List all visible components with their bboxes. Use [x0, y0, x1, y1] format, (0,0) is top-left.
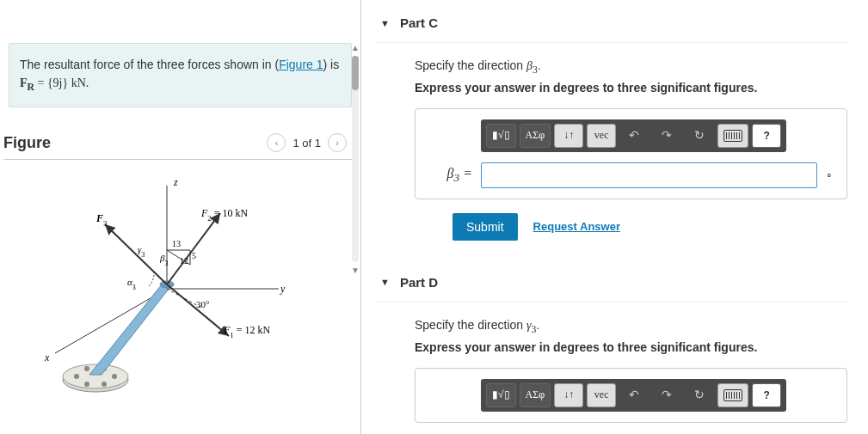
svg-line-13	[167, 213, 220, 284]
svg-point-5	[74, 374, 79, 379]
figure-link[interactable]: Figure 1	[279, 58, 323, 71]
undo-button[interactable]: ↶	[619, 124, 649, 148]
subsup-button[interactable]: ↓↑	[554, 124, 583, 148]
figure-scroll[interactable]: ▲ ▼	[352, 43, 359, 275]
tri-12: 12	[180, 256, 188, 266]
part-d-answer-box: ▮√▯ ΑΣφ ↓↑ vec ↶ ↷ ↻ ?	[415, 368, 847, 423]
part-c-instruction: Express your answer in degrees to three …	[415, 81, 847, 95]
problem-text-suffix: ) is	[323, 58, 340, 71]
request-answer-link[interactable]: Request Answer	[533, 220, 620, 233]
reset-button[interactable]: ↻	[685, 383, 714, 407]
redo-button[interactable]: ↷	[652, 124, 681, 148]
alpha3sub: 3	[132, 284, 136, 291]
svg-text:F2 = 10 kN: F2 = 10 kN	[200, 207, 249, 223]
figure-nav: ‹ 1 of 1 ›	[267, 133, 347, 152]
equation-sub: R	[28, 82, 34, 93]
answer-input[interactable]	[481, 162, 817, 188]
submit-button[interactable]: Submit	[452, 213, 518, 241]
svg-text:α3: α3	[127, 277, 136, 291]
axis-x: x	[44, 351, 50, 364]
answer-unit: ∘	[826, 169, 836, 181]
part-c-body: Specify the direction β3. Express your a…	[377, 43, 847, 260]
svg-text:F1 = 12 kN: F1 = 12 kN	[223, 324, 271, 339]
subsup-button[interactable]: ↓↑	[554, 383, 583, 407]
caret-down-icon: ▼	[380, 18, 390, 28]
help-button[interactable]: ?	[752, 124, 781, 148]
vec-button[interactable]: vec	[587, 124, 616, 148]
greek-button[interactable]: ΑΣφ	[520, 383, 551, 407]
figure-prev-button[interactable]: ‹	[267, 133, 286, 152]
figure-body: z y x	[3, 160, 348, 409]
part-d-instruction: Express your answer in degrees to three …	[415, 340, 847, 354]
figure-nav-text: 1 of 1	[292, 137, 321, 150]
part-d-title: Part D	[400, 275, 438, 290]
scroll-down-icon: ▼	[351, 266, 360, 275]
answer-var-label: β3 =	[433, 166, 472, 185]
problem-text-prefix: The resultant force of the three forces …	[20, 58, 279, 71]
svg-point-8	[102, 382, 107, 387]
axis-y: y	[280, 283, 286, 295]
svg-point-9	[84, 366, 89, 371]
keyboard-button[interactable]	[717, 383, 748, 407]
tri-13: 13	[172, 239, 181, 248]
part-d-question: Specify the direction γ3.	[415, 318, 847, 335]
equation-toolbar: ▮√▯ ΑΣφ ↓↑ vec ↶ ↷ ↻ ?	[481, 119, 786, 152]
figure-section: Figure ‹ 1 of 1 › z y	[3, 133, 352, 409]
caret-down-icon: ▼	[380, 277, 390, 287]
beta3sub: 3	[164, 260, 168, 267]
svg-point-7	[84, 382, 89, 387]
svg-marker-11	[89, 284, 172, 375]
figure-svg: z y x	[3, 160, 348, 409]
vec-button[interactable]: vec	[587, 383, 616, 407]
tri-5: 5	[192, 251, 196, 260]
keyboard-icon	[723, 130, 742, 142]
svg-line-21	[105, 224, 167, 284]
part-c-title: Part C	[400, 15, 438, 30]
template-button[interactable]: ▮√▯	[486, 124, 516, 148]
svg-text:F3: F3	[95, 212, 108, 228]
undo-button[interactable]: ↶	[619, 383, 649, 407]
part-c-question: Specify the direction β3.	[415, 58, 847, 76]
F3sub: 3	[103, 219, 108, 228]
F1val: = 12 kN	[234, 324, 271, 336]
help-button[interactable]: ?	[752, 383, 781, 407]
part-d-body: Specify the direction γ3. Express your a…	[377, 303, 847, 423]
left-panel: The resultant force of the three forces …	[0, 0, 361, 434]
keyboard-icon	[723, 389, 742, 401]
svg-point-6	[112, 374, 117, 379]
figure-title: Figure	[3, 134, 51, 152]
F3: F	[95, 212, 103, 224]
template-button[interactable]: ▮√▯	[486, 383, 516, 407]
part-c-header[interactable]: ▼ Part C	[377, 0, 847, 43]
problem-statement: The resultant force of the three forces …	[9, 43, 352, 107]
right-panel: ▼ Part C Specify the direction β3. Expre…	[361, 0, 868, 434]
svg-line-18	[167, 284, 229, 336]
angle-30: 30°	[196, 299, 209, 309]
reset-button[interactable]: ↻	[685, 124, 714, 148]
axis-z: z	[173, 176, 178, 188]
equation-lhs: F	[20, 76, 28, 89]
equation-rhs: = {9j} kN.	[34, 76, 89, 89]
greek-button[interactable]: ΑΣφ	[520, 124, 551, 148]
figure-next-button[interactable]: ›	[328, 133, 347, 152]
redo-button[interactable]: ↷	[652, 383, 681, 407]
scroll-up-icon: ▲	[351, 43, 360, 52]
gamma3sub: 3	[141, 251, 145, 259]
F2val: = 10 kN	[212, 207, 249, 219]
keyboard-button[interactable]	[717, 124, 748, 148]
part-d-header[interactable]: ▼ Part D	[377, 260, 847, 303]
equation-toolbar-d: ▮√▯ ΑΣφ ↓↑ vec ↶ ↷ ↻ ?	[481, 379, 786, 412]
part-c-answer-box: ▮√▯ ΑΣφ ↓↑ vec ↶ ↷ ↻ ? β3 = ∘	[415, 108, 847, 199]
